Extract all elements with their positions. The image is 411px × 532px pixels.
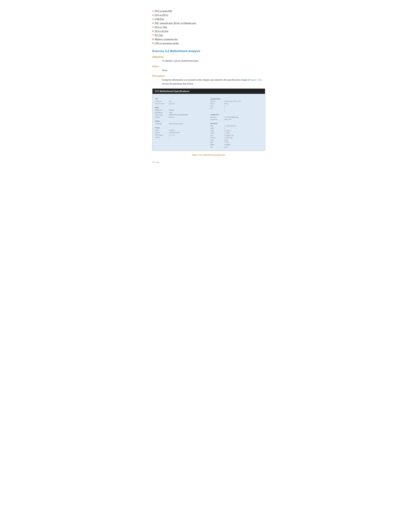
figure-caption-text: Motherboard specifications xyxy=(203,154,225,156)
specs-row: FireWire 1 x IEEE 1394 xyxy=(210,137,262,139)
objective-block: Objective: To identify various motherboa… xyxy=(152,56,265,63)
item-link-5[interactable]: PCIe x1 Slot xyxy=(155,26,167,28)
item-num-1: 1. xyxy=(152,10,154,12)
specs-row: DVI DVI-I xyxy=(210,146,262,149)
specs-row: SATA 2 SATA II xyxy=(155,129,207,132)
specs-row: PCIe 4 xyxy=(210,105,262,107)
specs-row: PCIe x16 2 PCIe 3.0 x16 / PCIe 2.0 x16 xyxy=(210,100,262,103)
specs-table-header: XYZ Motherboard Specifications xyxy=(152,89,265,94)
specs-row: Max Memory 32GB xyxy=(155,112,207,114)
item-num-9: 9. xyxy=(152,42,154,45)
specs-row: eSATA 1 x eSATA xyxy=(210,132,262,134)
item-link-3[interactable]: USB Port xyxy=(155,18,164,20)
specs-row: Channels Dual Chl xyxy=(155,116,207,118)
specs-right-col: Expansion Slots PCIe x16 2 PCIe 3.0 x16 … xyxy=(210,96,262,149)
list-item-9: 9.CPU or processor socket xyxy=(152,42,265,45)
specs-row: Northbridge Intel Z77 Express Chipset xyxy=(155,123,207,125)
parts-content: None xyxy=(162,68,265,72)
specs-row: PCIe x1 PCIe x1 xyxy=(210,103,262,105)
list-item-1: 1.PS/2 or mini-DIN xyxy=(152,10,265,12)
specs-left-col: CPU Form Factor ATX Processor Socket LGA… xyxy=(155,96,207,149)
specs-graphics-title: Graphics I/O xyxy=(210,114,262,116)
specs-chipset-title: Chipset xyxy=(155,120,207,122)
list-item-6: 6.PCIe x16 Slot xyxy=(152,30,265,33)
procedure-label: Procedure: xyxy=(152,75,265,77)
specs-row: mSATA 1 xyxy=(155,136,207,139)
specs-row: HDMI 1 x HDMI xyxy=(210,144,262,146)
specs-table: XYZ Motherboard Specifications CPU Form … xyxy=(152,88,265,151)
item-link-6[interactable]: PCIe x16 Slot xyxy=(155,30,168,32)
item-link-7[interactable]: PCI Slot xyxy=(155,34,163,37)
specs-cpu-title: CPU xyxy=(155,98,207,100)
item-num-7: 7. xyxy=(152,34,154,37)
list-item-5: 5.PCIe x1 Slot xyxy=(152,26,265,28)
specs-row: LAN 1 x Gigabit LAN xyxy=(210,134,262,137)
figure-link[interactable]: Figure 3.43 xyxy=(250,78,261,81)
specs-row: Audio Optical xyxy=(210,139,262,141)
specs-row: Graphics I/O 2001-17 x16 xyxy=(210,118,262,121)
objective-label: Objective: xyxy=(152,56,265,58)
specs-row: Memory Type DDR3 1066/1333/1600/1866 MHz xyxy=(155,114,207,116)
numbered-list: 1.PS/2 or mini-DIN 2.DVI or DVI-I 3.USB … xyxy=(152,10,265,45)
item-link-2[interactable]: DVI or DVI-I xyxy=(155,14,168,16)
item-link-8[interactable]: Memory expansion slot xyxy=(155,38,177,40)
list-item-2: 2.DVI or DVI-I xyxy=(152,14,265,17)
item-link-4[interactable]: NIC, network port, RJ-45, or Ethernet po… xyxy=(155,22,196,24)
specs-row: SATA III 4 SATA III (6 Gb/s) xyxy=(155,132,207,134)
specs-row: DIMM Slots 4 DIMM xyxy=(155,109,207,111)
procedure-block: Procedure: Using the information you lea… xyxy=(152,75,265,86)
specs-row: Form Factor ATX xyxy=(155,100,207,103)
parts-block: Parts: None xyxy=(152,65,265,72)
specs-row: Rear Ports 2 x DVI-D/HDMI/Display xyxy=(210,116,262,118)
exercise-title: Exercise 3.2 Motherboard Analysis xyxy=(152,49,265,53)
figure-caption-link[interactable]: Figure 3.43 xyxy=(192,154,201,156)
page-number: 88 | Page xyxy=(152,161,265,163)
figure-caption: Figure 3.43 | Motherboard specifications xyxy=(152,154,265,156)
parts-label: Parts: xyxy=(152,65,265,68)
specs-row: PCI 1 xyxy=(210,107,262,110)
specs-row: 2 xyxy=(210,110,262,112)
procedure-text1: Using the information you learned in thi… xyxy=(162,78,250,81)
specs-storage-title: Storage xyxy=(155,127,207,129)
list-item-7: 7.PCI Slot xyxy=(152,34,265,37)
list-item-8: 8.Memory expansion slot xyxy=(152,38,265,41)
specs-row: RAID support 0, 1, 5, 10 xyxy=(155,134,207,136)
specs-row: Processor Socket LGA 1155 xyxy=(155,103,207,105)
specs-row: USB3 2 x USB 3.0 xyxy=(210,130,262,132)
item-num-5: 5. xyxy=(152,26,154,28)
list-item-4: 4.NIC, network port, RJ-45, or Ethernet … xyxy=(152,22,265,25)
specs-row: USB2 4 xyxy=(210,127,262,130)
item-link-1[interactable]: PS/2 or mini-DIN xyxy=(155,10,172,12)
item-num-3: 3. xyxy=(152,18,154,20)
specs-expansion-title: Expansion Slots xyxy=(210,98,262,100)
item-num-8: 8. xyxy=(152,38,154,40)
item-num-6: 6. xyxy=(152,30,154,32)
procedure-content: Using the information you learned in thi… xyxy=(162,78,265,86)
list-item-3: 3.USB Port xyxy=(152,18,265,20)
specs-row: USB 4 x USB 3.0/USB 2.0 xyxy=(210,125,262,127)
specs-table-body: CPU Form Factor ATX Processor Socket LGA… xyxy=(152,94,265,151)
item-num-4: 4. xyxy=(152,22,154,24)
item-num-2: 2. xyxy=(152,14,154,16)
item-link-9[interactable]: CPU or processor socket xyxy=(155,42,179,45)
objective-content: To identify various motherboard parts xyxy=(162,59,265,63)
specs-row: PS/2 2 x PS/2 xyxy=(210,141,262,144)
specs-ram-title: RAM xyxy=(155,106,207,109)
specs-backpanel-title: Back Panel xyxy=(210,122,262,125)
